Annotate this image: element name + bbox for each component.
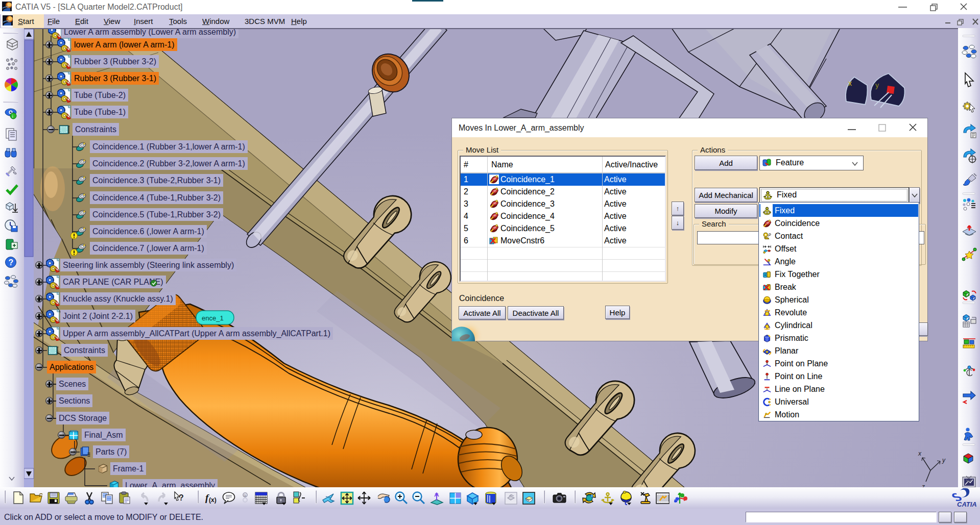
- svg-text:a: a: [244, 493, 246, 498]
- svg-text:?: ?: [179, 493, 184, 502]
- svg-text:?: ?: [9, 258, 14, 267]
- svg-text:(x): (x): [209, 496, 217, 504]
- svg-text:i: i: [12, 114, 13, 119]
- svg-text:CATIA: CATIA: [957, 501, 977, 508]
